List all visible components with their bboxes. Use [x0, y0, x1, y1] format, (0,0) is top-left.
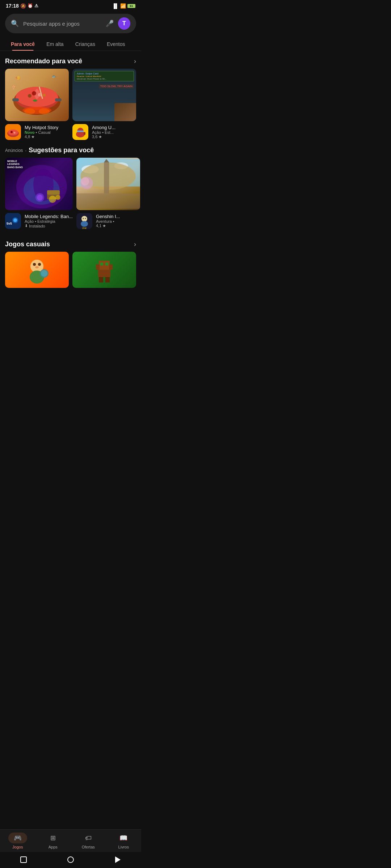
svg-rect-45 [104, 162, 109, 193]
svg-point-16 [39, 109, 50, 114]
recommended-title: Recomendado para você [5, 58, 82, 65]
among-meta: Ação • Est... [92, 130, 136, 135]
among-image: Admin: Swipe Card Reactor: Unlock Manifo… [72, 69, 136, 121]
status-left: 17:18 🔕 ⏰ ⚠ [6, 3, 38, 9]
tab-criancas[interactable]: Crianças [70, 38, 101, 51]
mlbb-meta: Ação • Estratégia [25, 219, 73, 224]
svg-rect-67 [96, 264, 100, 270]
svg-point-54 [85, 218, 86, 219]
among-card[interactable]: Admin: Swipe Card Reactor: Unlock Manifo… [72, 69, 136, 140]
tab-eventos[interactable]: Eventos [101, 38, 131, 51]
svg-point-51 [81, 216, 87, 222]
recommended-cards: 🍤 🐟 🍄 [0, 69, 141, 140]
svg-point-34 [55, 195, 60, 200]
svg-point-7 [33, 99, 37, 102]
recommended-arrow[interactable]: › [134, 58, 136, 65]
svg-point-59 [35, 266, 39, 268]
tab-em-alta[interactable]: Em alta [41, 38, 69, 51]
genshin-card[interactable]: 2nd Genshin I... Aventura • 4,1 ★ [76, 158, 140, 229]
among-panel: Admin: Swipe Card Reactor: Unlock Manifo… [75, 71, 134, 81]
svg-rect-32 [47, 190, 60, 195]
svg-point-5 [28, 94, 31, 98]
among-banner: Admin: Swipe Card Reactor: Unlock Manifo… [72, 69, 136, 121]
svg-point-21 [14, 132, 16, 134]
suggestions-title: Sugestões para você [29, 146, 94, 154]
genshin-info: 2nd Genshin I... Aventura • 4,1 ★ [76, 213, 140, 229]
battery-icon: 61 [127, 4, 135, 8]
svg-rect-27 [84, 132, 85, 135]
casual-cards [0, 252, 141, 288]
genshin-image [76, 158, 140, 210]
casual-arrow[interactable]: › [134, 241, 136, 248]
svg-text:5v5: 5v5 [7, 222, 12, 225]
mlbb-card[interactable]: MOBILELEGENDSBANG BANG [5, 158, 73, 229]
hotpot-card[interactable]: 🍤 🐟 🍄 [5, 69, 69, 140]
mute-icon: 🔕 [20, 3, 26, 9]
svg-text:🐟: 🐟 [51, 74, 56, 79]
svg-point-3 [32, 91, 36, 95]
mlbb-image: MOBILELEGENDSBANG BANG [5, 158, 73, 210]
svg-rect-10 [55, 98, 62, 101]
svg-point-19 [8, 129, 18, 135]
among-name: Among U... [92, 125, 136, 130]
genshin-meta: Aventura • [96, 219, 140, 224]
among-app-icon[interactable] [72, 124, 88, 140]
mlbb-details: Mobile Legends: Ban... Ação • Estratégia… [25, 214, 73, 228]
svg-point-15 [24, 109, 35, 114]
status-right: ▐▌ 📶 61 [112, 3, 135, 9]
svg-rect-69 [99, 277, 103, 282]
wifi-icon: 📶 [120, 3, 126, 9]
among-rating: 3,6 ★ [92, 135, 136, 139]
signal-icon: ▐▌ [112, 3, 119, 9]
svg-point-40 [13, 218, 17, 222]
genshin-app-icon[interactable]: 2nd [76, 213, 92, 229]
svg-text:🍤: 🍤 [15, 75, 21, 81]
tab-para-voce[interactable]: Para você [5, 38, 41, 51]
suggestions-header: Anúncios · Sugestões para você [0, 140, 141, 158]
svg-rect-9 [12, 98, 19, 101]
search-icon: 🔍 [11, 20, 19, 27]
svg-rect-49 [76, 193, 140, 209]
among-alert: TOO SLOW, TRY AGAIN [99, 84, 134, 89]
genshin-name: Genshin I... [96, 214, 140, 219]
avatar[interactable]: T [118, 17, 130, 30]
mlbb-banner: MOBILELEGENDSBANG BANG [5, 158, 73, 210]
warning-icon: ⚠ [34, 3, 38, 8]
recommended-header: Recomendado para você › [0, 51, 141, 69]
genshin-banner [76, 158, 140, 210]
casual-title: Jogos casuais [5, 241, 50, 248]
among-furniture [114, 103, 136, 121]
svg-rect-70 [105, 277, 110, 282]
mic-icon[interactable]: 🎤 [106, 20, 114, 27]
svg-point-20 [10, 131, 13, 133]
svg-rect-26 [77, 131, 84, 132]
mlbb-app-icon[interactable]: 5v5 [5, 213, 21, 229]
hotpot-rating: 4,8 ★ [25, 135, 69, 139]
search-bar[interactable]: 🔍 Pesquisar apps e jogos 🎤 T [5, 14, 136, 33]
casual-card-1[interactable] [5, 252, 69, 288]
tab-bar: Para você Em alta Crianças Eventos [0, 38, 141, 51]
suggestions-cards: MOBILELEGENDSBANG BANG [0, 158, 141, 229]
alarm-icon: ⏰ [28, 3, 33, 8]
app-container: 17:18 🔕 ⏰ ⚠ ▐▌ 📶 61 🔍 Pesquisar apps e j… [0, 0, 141, 317]
search-placeholder[interactable]: Pesquisar apps e jogos [23, 21, 101, 27]
svg-rect-64 [100, 263, 103, 265]
hotpot-banner: 🍤 🐟 🍄 [5, 69, 69, 121]
ads-label: Anúncios [5, 148, 23, 153]
mlbb-name: Mobile Legends: Ban... [25, 214, 73, 219]
mlbb-installed: ⬇ Instalado [25, 224, 73, 228]
hotpot-app-icon[interactable] [5, 124, 21, 140]
svg-point-53 [83, 218, 84, 219]
genshin-rating: 4,1 ★ [96, 224, 140, 228]
svg-rect-65 [105, 263, 108, 265]
hotpot-image: 🍤 🐟 🍄 [5, 69, 69, 121]
mlbb-info: 5v5 Mobile Legends: Ban... Ação • Estrat… [5, 213, 73, 229]
svg-point-57 [33, 263, 36, 266]
casual-card-2[interactable] [72, 252, 136, 288]
svg-rect-68 [109, 264, 113, 270]
hotpot-info: My Hotpot Story Novo • Casual 4,8 ★ [5, 124, 69, 140]
among-info: Among U... Ação • Est... 3,6 ★ [72, 124, 136, 140]
hotpot-details: My Hotpot Story Novo • Casual 4,8 ★ [25, 125, 69, 139]
hotpot-meta: Novo • Casual [25, 130, 69, 135]
svg-point-52 [81, 221, 88, 227]
